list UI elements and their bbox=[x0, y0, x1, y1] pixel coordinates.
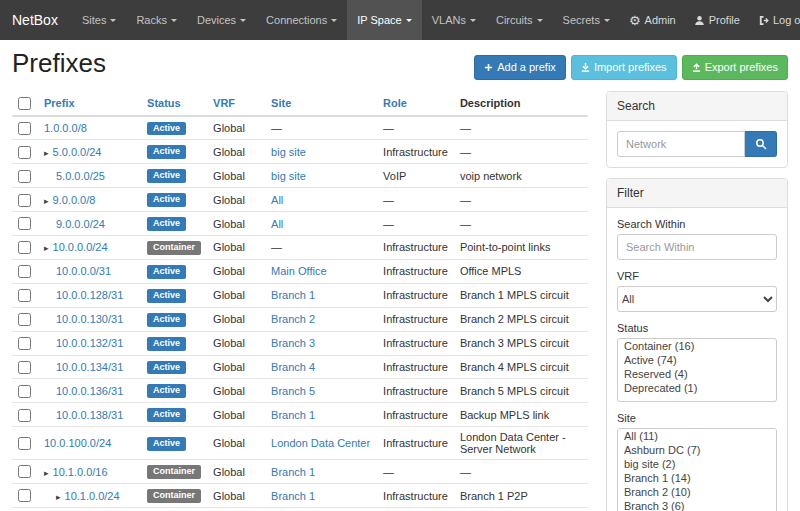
search-within-input[interactable] bbox=[617, 234, 777, 260]
site-link[interactable]: Branch 2 bbox=[271, 313, 315, 325]
row-checkbox[interactable] bbox=[18, 385, 31, 398]
status-cell: Active bbox=[141, 212, 207, 236]
export-prefixes-button[interactable]: Export prefixes bbox=[682, 55, 788, 80]
nav-item-circuits[interactable]: Circuits bbox=[486, 0, 553, 40]
prefix-link[interactable]: 10.0.0.0/24 bbox=[53, 241, 108, 253]
prefix-link[interactable]: 10.0.0.0/31 bbox=[56, 265, 111, 277]
site-link[interactable]: All bbox=[271, 218, 283, 230]
prefix-link[interactable]: 10.0.100.0/24 bbox=[44, 437, 111, 449]
nav-item-vlans[interactable]: VLANs bbox=[422, 0, 486, 40]
prefix-link[interactable]: 5.0.0.0/24 bbox=[53, 146, 102, 158]
site-link[interactable]: Branch 1 bbox=[271, 289, 315, 301]
site-link[interactable]: Branch 1 bbox=[271, 409, 315, 421]
row-checkbox[interactable] bbox=[18, 146, 31, 159]
role-cell: Infrastructure bbox=[377, 484, 454, 508]
prefix-link[interactable]: 9.0.0.0/24 bbox=[56, 218, 105, 230]
nav-item-sites[interactable]: Sites bbox=[72, 0, 126, 40]
status-badge: Active bbox=[147, 217, 186, 231]
row-checkbox[interactable] bbox=[18, 409, 31, 422]
admin-label: Admin bbox=[645, 14, 676, 26]
prefix-link[interactable]: 9.0.0.0/8 bbox=[53, 194, 96, 206]
prefix-link[interactable]: 10.0.0.136/31 bbox=[56, 385, 123, 397]
vrf-cell: Global bbox=[207, 140, 265, 164]
site-link[interactable]: Branch 1 bbox=[271, 490, 315, 502]
vrf-cell: Global bbox=[207, 331, 265, 355]
row-checkbox[interactable] bbox=[18, 194, 31, 207]
plus-icon bbox=[484, 63, 493, 72]
site-link[interactable]: Main Office bbox=[271, 265, 326, 277]
prefix-cell: 10.0.0.128/31 bbox=[38, 283, 141, 307]
sort-vrf-header[interactable]: VRF bbox=[213, 97, 235, 109]
site-link[interactable]: All bbox=[271, 194, 283, 206]
site-cell: Branch 1 bbox=[265, 283, 377, 307]
sort-prefix-header[interactable]: Prefix bbox=[44, 97, 75, 109]
site-cell: Branch 1 bbox=[265, 403, 377, 427]
status-cell: Active bbox=[141, 307, 207, 331]
site-link[interactable]: Branch 5 bbox=[271, 385, 315, 397]
role-cell: Infrastructure bbox=[377, 379, 454, 403]
row-checkbox[interactable] bbox=[18, 170, 31, 183]
status-cell: Active bbox=[141, 355, 207, 379]
row-checkbox[interactable] bbox=[18, 217, 31, 230]
row-checkbox[interactable] bbox=[18, 313, 31, 326]
sort-site-header[interactable]: Site bbox=[271, 97, 291, 109]
import-prefixes-button[interactable]: Import prefixes bbox=[571, 55, 677, 80]
row-checkbox[interactable] bbox=[18, 265, 31, 278]
table-row: 9.0.0.0/24ActiveGlobalAll—— bbox=[12, 212, 588, 236]
site-cell: Branch 1 bbox=[265, 507, 377, 511]
admin-menu-item[interactable]: ⚙ Admin bbox=[620, 0, 685, 40]
sort-role-header[interactable]: Role bbox=[383, 97, 407, 109]
role-cell: Infrastructure bbox=[377, 140, 454, 164]
site-link[interactable]: Branch 1 bbox=[271, 466, 315, 478]
status-filter-select[interactable]: Container (16)Active (74)Reserved (4)Dep… bbox=[617, 338, 777, 402]
description-cell: Point-to-point links bbox=[454, 236, 588, 260]
nav-item-connections[interactable]: Connections bbox=[256, 0, 347, 40]
prefix-link[interactable]: 10.0.0.132/31 bbox=[56, 337, 123, 349]
nav-item-racks[interactable]: Racks bbox=[126, 0, 187, 40]
nav-item-devices[interactable]: Devices bbox=[187, 0, 256, 40]
row-checkbox[interactable] bbox=[18, 122, 31, 135]
search-button[interactable] bbox=[745, 131, 777, 157]
chevron-down-icon bbox=[406, 19, 412, 22]
site-link[interactable]: big site bbox=[271, 146, 306, 158]
table-row: 10.0.0.130/31ActiveGlobalBranch 2Infrast… bbox=[12, 307, 588, 331]
vrf-cell: Global bbox=[207, 212, 265, 236]
prefix-link[interactable]: 10.0.0.128/31 bbox=[56, 289, 123, 301]
status-cell: Active bbox=[141, 507, 207, 511]
row-checkbox[interactable] bbox=[18, 361, 31, 374]
profile-menu-item[interactable]: Profile bbox=[685, 0, 749, 40]
description-cell: Branch 5 MPLS circuit bbox=[454, 379, 588, 403]
site-cell: Main Office bbox=[265, 259, 377, 283]
search-panel: Search bbox=[606, 91, 788, 168]
nav-item-ip-space[interactable]: IP Space bbox=[347, 0, 421, 40]
prefix-link[interactable]: 1.0.0.0/8 bbox=[44, 122, 87, 134]
row-checkbox[interactable] bbox=[18, 437, 31, 450]
row-checkbox[interactable] bbox=[18, 489, 31, 502]
site-link[interactable]: London Data Center bbox=[271, 437, 370, 449]
site-link[interactable]: big site bbox=[271, 170, 306, 182]
logout-button[interactable]: Log out bbox=[749, 0, 800, 40]
brand-logo[interactable]: NetBox bbox=[0, 0, 72, 40]
site-link[interactable]: Branch 4 bbox=[271, 361, 315, 373]
chevron-down-icon bbox=[470, 19, 476, 22]
prefix-link[interactable]: 10.0.0.134/31 bbox=[56, 361, 123, 373]
add-prefix-button[interactable]: Add a prefix bbox=[474, 55, 566, 80]
nav-item-secrets[interactable]: Secrets bbox=[553, 0, 620, 40]
row-checkbox[interactable] bbox=[18, 289, 31, 302]
vrf-cell: Global bbox=[207, 188, 265, 212]
prefix-link[interactable]: 10.0.0.130/31 bbox=[56, 313, 123, 325]
row-checkbox[interactable] bbox=[18, 241, 31, 254]
search-input[interactable] bbox=[617, 131, 745, 157]
vrf-filter-select[interactable]: All bbox=[617, 286, 777, 312]
select-all-checkbox[interactable] bbox=[18, 97, 31, 110]
prefix-link[interactable]: 10.1.0.0/16 bbox=[53, 466, 108, 478]
site-link[interactable]: Branch 3 bbox=[271, 337, 315, 349]
prefix-link[interactable]: 10.1.0.0/24 bbox=[65, 490, 120, 502]
sort-status-header[interactable]: Status bbox=[147, 97, 181, 109]
site-filter-select[interactable]: All (11)Ashburn DC (7)big site (2)Branch… bbox=[617, 428, 777, 511]
table-row: ▸10.1.0.0/25ActiveGlobalBranch 1—— bbox=[12, 507, 588, 511]
prefix-link[interactable]: 5.0.0.0/25 bbox=[56, 170, 105, 182]
row-checkbox[interactable] bbox=[18, 465, 31, 478]
row-checkbox[interactable] bbox=[18, 337, 31, 350]
prefix-link[interactable]: 10.0.0.138/31 bbox=[56, 409, 123, 421]
